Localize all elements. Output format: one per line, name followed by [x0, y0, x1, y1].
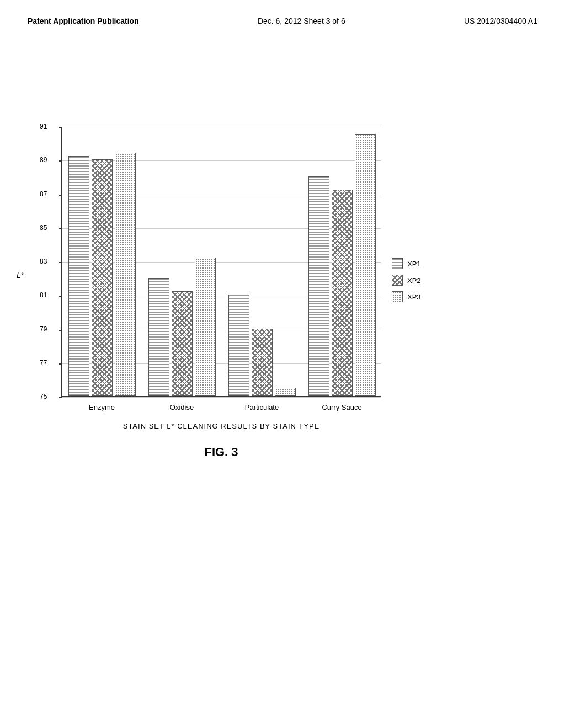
page-header: Patent Application Publication Dec. 6, 2…: [0, 0, 565, 31]
chart-container: L* 757779818385878991EnzymeOxidisePartic…: [33, 121, 463, 463]
y-tick-label: 79: [40, 325, 47, 333]
chart-inner: 757779818385878991EnzymeOxidiseParticula…: [61, 127, 381, 397]
tick-mark: [59, 397, 62, 398]
bar-particulate-xp2: [252, 329, 273, 397]
bar-curry-sauce-xp3: [355, 134, 376, 396]
y-axis-label: L*: [17, 271, 24, 280]
bar-enzyme-xp2: [92, 159, 113, 396]
grid-line: [62, 397, 381, 398]
x-label-enzyme: Enzyme: [77, 403, 127, 411]
chart-area: L* 757779818385878991EnzymeOxidisePartic…: [33, 121, 463, 463]
header-right: US 2012/0304400 A1: [464, 17, 537, 25]
legend-label-xp1: XP1: [407, 260, 421, 268]
y-tick-label: 89: [40, 156, 47, 164]
legend-box-xp3: [392, 291, 403, 302]
bar-oxidise-xp1: [148, 278, 169, 396]
figure-label: FIG. 3: [204, 445, 238, 459]
grid-line: [62, 127, 381, 127]
bar-oxidise-xp2: [172, 291, 193, 396]
y-tick-label: 81: [40, 291, 47, 299]
legend-label-xp3: XP3: [407, 293, 421, 301]
header-left: Patent Application Publication: [28, 17, 139, 25]
bar-enzyme-xp3: [115, 153, 136, 396]
legend-item-xp1: XP1: [392, 258, 421, 269]
bar-oxidise-xp3: [195, 258, 216, 396]
bar-particulate-xp1: [228, 295, 249, 396]
y-tick-label: 87: [40, 190, 47, 198]
bar-curry-sauce-xp1: [308, 176, 329, 396]
bar-enzyme-xp1: [68, 156, 89, 396]
tick-mark: [59, 363, 62, 365]
x-label-oxidise: Oxidise: [157, 403, 207, 411]
tick-mark: [59, 228, 62, 229]
tick-mark: [59, 296, 62, 297]
tick-mark: [59, 127, 62, 128]
header-center: Dec. 6, 2012 Sheet 3 of 6: [258, 17, 345, 25]
x-label-curry sauce: Curry Sauce: [317, 403, 367, 411]
y-tick-label: 91: [40, 122, 47, 130]
x-label-particulate: Particulate: [237, 403, 287, 411]
chart-legend: XP1XP2XP3: [392, 258, 421, 302]
y-tick-label: 75: [40, 393, 47, 400]
legend-item-xp2: XP2: [392, 275, 421, 286]
y-tick-label: 77: [40, 359, 47, 367]
tick-mark: [59, 262, 62, 263]
legend-box-xp2: [392, 275, 403, 286]
tick-mark: [59, 330, 62, 331]
legend-label-xp2: XP2: [407, 276, 421, 285]
bar-particulate-xp3: [275, 388, 296, 396]
tick-mark: [59, 195, 62, 196]
legend-item-xp3: XP3: [392, 291, 421, 302]
y-tick-label: 83: [40, 258, 47, 265]
tick-mark: [59, 160, 62, 162]
chart-title: STAIN SET L* CLEANING RESULTS BY STAIN T…: [62, 422, 381, 430]
y-tick-label: 85: [40, 224, 47, 232]
legend-box-xp1: [392, 258, 403, 269]
bar-curry-sauce-xp2: [332, 190, 353, 396]
